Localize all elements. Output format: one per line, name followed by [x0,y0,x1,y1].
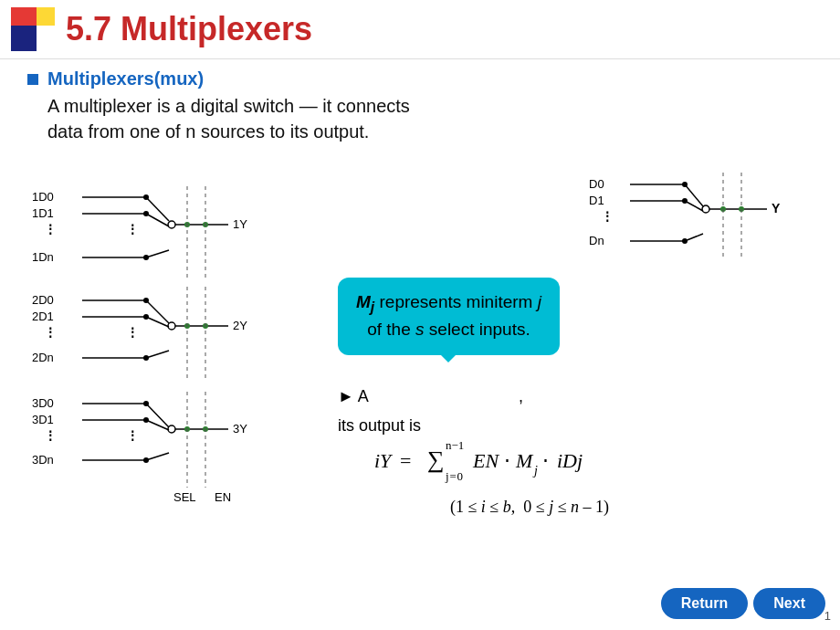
svg-line-28 [146,317,169,327]
svg-line-7 [146,214,169,226]
svg-text:2Dn: 2Dn [32,351,54,364]
next-button[interactable]: Next [753,588,825,619]
svg-text:2D0: 2D0 [32,293,54,307]
mux-title: Multiplexers(mux) [47,68,204,89]
svg-text:⋅: ⋅ [504,449,510,472]
svg-text:EN: EN [472,449,499,472]
svg-line-73 [685,234,703,241]
svg-text:1Dn: 1Dn [32,250,54,264]
page-number: 1 [824,609,831,623]
svg-line-8 [146,250,169,257]
svg-text:j = 0: j = 0 [445,469,463,483]
logo [11,7,55,51]
arrow-text: ► A , [338,387,523,406]
svg-text:3Y: 3Y [233,422,247,436]
svg-text:1D1: 1D1 [32,206,54,220]
left-svg: 1D0 1D1 ⋮ ⋮ 1Dn 1Y [27,159,329,506]
svg-text:2D1: 2D1 [32,310,54,323]
svg-text:SEL: SEL [173,490,196,504]
logo-blue [11,26,37,51]
svg-line-27 [146,300,169,323]
svg-text:⋮: ⋮ [601,209,614,224]
svg-text:iY: iY [374,449,394,472]
bullet-line: Multiplexers(mux) [27,68,813,89]
tooltip-content: Mj represents miniterm j of the s select… [356,292,541,339]
svg-point-74 [702,205,709,213]
svg-text:n−1: n−1 [446,438,464,452]
header: 5.7 Multiplexers [0,0,840,59]
right-svg: D0 D1 ⋮ Dn Y [584,159,803,305]
svg-text:1Y: 1Y [233,217,247,231]
svg-text:⋮: ⋮ [44,428,57,443]
svg-line-29 [146,351,169,358]
svg-text:j: j [532,464,538,478]
tooltip-bubble: Mj represents miniterm j of the s select… [338,278,560,355]
page-title: 5.7 Multiplexers [66,10,312,48]
svg-line-49 [146,420,169,430]
svg-text:⋮: ⋮ [44,222,57,236]
description: A multiplexer is a digital switch — it c… [47,93,813,144]
svg-text:⋅: ⋅ [542,449,549,472]
svg-line-48 [146,404,169,427]
svg-text:⋮: ⋮ [126,222,139,236]
svg-text:Y: Y [772,201,781,215]
svg-text:iDj: iDj [557,449,583,472]
right-area: D0 D1 ⋮ Dn Y Mj represents miniterm j of… [338,159,813,509]
svg-text:3D1: 3D1 [32,413,54,426]
content-area: Multiplexers(mux) A multiplexer is a dig… [0,59,840,519]
bullet-icon [27,74,38,85]
svg-line-50 [146,453,169,460]
svg-text:EN: EN [215,490,231,504]
formula: iY = ∑ n−1 j = 0 EN ⋅ M [374,433,685,517]
svg-text:3D0: 3D0 [32,396,54,410]
svg-text:1D0: 1D0 [32,190,54,204]
formula-svg: iY = ∑ n−1 j = 0 EN ⋅ M [374,433,685,488]
svg-text:D1: D1 [589,194,604,207]
nav-buttons: Return Next [661,588,825,619]
logo-yellow [37,7,55,26]
svg-point-51 [168,425,175,433]
desc-line1: A multiplexer is a digital switch — it c… [47,96,410,116]
svg-line-6 [146,197,169,221]
diagram-area: 1D0 1D1 ⋮ ⋮ 1Dn 1Y [27,159,813,509]
svg-text:2Y: 2Y [233,319,247,332]
desc-line2: data from one of n sources to its output… [47,121,369,142]
svg-text:∑: ∑ [427,446,445,473]
svg-text:D0: D0 [589,177,604,191]
svg-text:=: = [400,449,411,472]
svg-text:⋮: ⋮ [126,428,139,443]
svg-point-30 [168,322,175,330]
svg-text:3Dn: 3Dn [32,453,54,467]
return-button[interactable]: Return [661,588,749,619]
svg-text:⋮: ⋮ [126,325,139,340]
arrow-icon: ► [338,387,354,405]
svg-text:Dn: Dn [589,234,604,247]
svg-text:M: M [515,449,534,472]
svg-text:⋮: ⋮ [44,325,57,340]
svg-point-9 [168,221,175,228]
left-diagram: 1D0 1D1 ⋮ ⋮ 1Dn 1Y [27,159,338,509]
